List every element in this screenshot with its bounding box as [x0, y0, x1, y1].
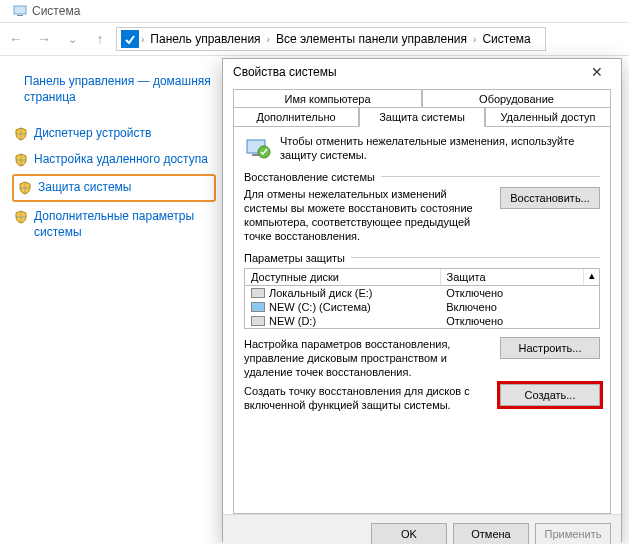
disk-name: NEW (C:) (Система)	[269, 301, 371, 313]
chevron-right-icon: ›	[141, 34, 144, 45]
disk-name: NEW (D:)	[269, 315, 316, 327]
protection-icon	[244, 134, 272, 162]
disk-name: Локальный диск (E:)	[269, 287, 373, 299]
apply-button[interactable]: Применить	[535, 523, 611, 544]
breadcrumb-bar[interactable]: › Панель управления › Все элементы панел…	[116, 27, 546, 51]
ok-button[interactable]: OK	[371, 523, 447, 544]
nav-history-dropdown[interactable]: ⌄	[60, 27, 84, 51]
svg-rect-0	[14, 6, 26, 14]
svg-rect-1	[17, 15, 23, 16]
nav-forward-button[interactable]: →	[32, 27, 56, 51]
dialog-title: Свойства системы	[233, 65, 337, 79]
disk-protection-status: Отключено	[440, 286, 583, 300]
system-properties-dialog: Свойства системы ✕ Имя компьютера Оборуд…	[222, 58, 622, 542]
close-button[interactable]: ✕	[577, 59, 617, 85]
table-row[interactable]: NEW (C:) (Система)Включено	[245, 300, 599, 314]
address-bar-row: ← → ⌄ ↑ › Панель управления › Все элемен…	[0, 22, 629, 56]
sidebar: Панель управления — домашняя страница Ди…	[0, 60, 220, 255]
create-description: Создать точку восстановления для дисков …	[244, 384, 492, 413]
control-panel-icon	[121, 30, 139, 48]
window-title: Система	[32, 4, 80, 18]
restore-description: Для отмены нежелательных изменений систе…	[244, 187, 492, 244]
tab-remote[interactable]: Удаленный доступ	[485, 107, 611, 127]
protection-disks-table[interactable]: Доступные диски Защита ▴ Локальный диск …	[244, 268, 600, 329]
col-available-disks[interactable]: Доступные диски	[245, 269, 441, 285]
shield-icon	[14, 153, 28, 167]
shield-icon	[14, 127, 28, 141]
sidebar-remote-settings[interactable]: Настройка удаленного доступа	[8, 147, 220, 173]
system-icon	[12, 3, 28, 19]
window-titlebar: Система	[0, 0, 629, 22]
restore-button[interactable]: Восстановить...	[500, 187, 600, 209]
chevron-right-icon: ›	[267, 34, 270, 45]
intro-text: Чтобы отменить нежелательные изменения, …	[280, 134, 600, 163]
sidebar-device-manager[interactable]: Диспетчер устройств	[8, 121, 220, 147]
breadcrumb-item[interactable]: Все элементы панели управления	[272, 32, 471, 46]
sidebar-item-label: Настройка удаленного доступа	[34, 152, 208, 168]
shield-icon	[14, 210, 28, 224]
configure-description: Настройка параметров восстановления, упр…	[244, 337, 492, 380]
restore-group-label: Восстановление системы	[244, 171, 600, 183]
dialog-titlebar[interactable]: Свойства системы ✕	[223, 59, 621, 85]
breadcrumb-item[interactable]: Панель управления	[146, 32, 264, 46]
chevron-right-icon: ›	[473, 34, 476, 45]
table-row[interactable]: NEW (D:)Отключено	[245, 314, 599, 328]
sidebar-item-label: Дополнительные параметры системы	[34, 209, 214, 240]
disk-icon	[251, 316, 265, 326]
sidebar-home-link[interactable]: Панель управления — домашняя страница	[8, 70, 220, 109]
table-row[interactable]: Локальный диск (E:)Отключено	[245, 286, 599, 300]
disk-protection-status: Включено	[440, 300, 583, 314]
sidebar-system-protection[interactable]: Защита системы	[12, 174, 216, 202]
nav-back-button[interactable]: ←	[4, 27, 28, 51]
nav-up-button[interactable]: ↑	[88, 27, 112, 51]
sidebar-advanced-settings[interactable]: Дополнительные параметры системы	[8, 204, 220, 245]
tab-system-protection[interactable]: Защита системы	[359, 107, 485, 127]
tab-advanced[interactable]: Дополнительно	[233, 107, 359, 127]
tab-panel-system-protection: Чтобы отменить нежелательные изменения, …	[233, 126, 611, 514]
disk-icon	[251, 288, 265, 298]
create-restore-point-button[interactable]: Создать...	[500, 384, 600, 406]
cancel-button[interactable]: Отмена	[453, 523, 529, 544]
params-group-label: Параметры защиты	[244, 252, 600, 264]
disk-protection-status: Отключено	[440, 314, 583, 328]
sidebar-item-label: Диспетчер устройств	[34, 126, 151, 142]
configure-button[interactable]: Настроить...	[500, 337, 600, 359]
disk-icon	[251, 302, 265, 312]
scroll-up-icon[interactable]: ▴	[583, 269, 599, 285]
tab-computer-name[interactable]: Имя компьютера	[233, 89, 422, 108]
dialog-footer: OK Отмена Применить	[223, 514, 621, 544]
tab-hardware[interactable]: Оборудование	[422, 89, 611, 108]
sidebar-item-label: Защита системы	[38, 180, 131, 196]
breadcrumb-item[interactable]: Система	[478, 32, 534, 46]
shield-icon	[18, 181, 32, 195]
col-protection[interactable]: Защита	[441, 269, 583, 285]
